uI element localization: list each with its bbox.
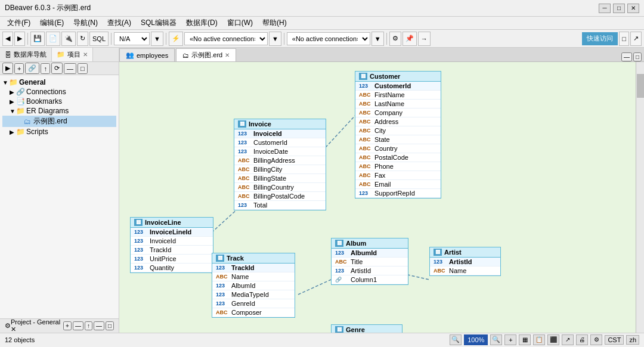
na-combo[interactable]: N/A [114,32,150,45]
label-scripts: Scripts [26,128,48,136]
canvas-scrollbar[interactable] [636,62,644,333]
tree-item-erdiagrams[interactable]: ▼ 📁 ER Diagrams [2,106,116,116]
quick-access-button[interactable]: 快速访问 [582,32,618,45]
close-button[interactable]: ✕ [627,4,639,13]
panel-tb-collapse[interactable]: ▶ [2,63,13,74]
toolbar-back[interactable]: ◀ [2,32,13,46]
status-icon2[interactable]: 📋 [533,334,545,345]
ft-ln: ABC [359,101,372,107]
tab-erd[interactable]: 🗂 示例图.erd ✕ [176,48,236,61]
ft-invpostal: ABC [238,193,251,199]
customer-field-address: ABC Address [355,117,441,126]
menu-edit[interactable]: 编辑(E) [35,17,69,29]
toolbar-extra2[interactable]: ↗ [630,32,642,46]
ft-invcustid: 123 [238,140,251,145]
tree-item-connections[interactable]: ▶ 🔗 Connections [2,87,116,97]
conn2-arrow[interactable]: ▼ [371,32,384,46]
fn-ilid: InvoiceLineId [150,228,191,236]
bl-btn5[interactable]: □ [106,321,114,330]
bl-btn3[interactable]: ↑ [85,321,92,330]
zoom-in[interactable]: + [504,334,516,345]
ft-albumtitle: ABC [335,259,348,265]
table-genre[interactable]: ▦ Genre 123 GenreId [331,324,402,333]
tree-item-bookmarks[interactable]: ▶ 📑 Bookmarks [2,97,116,106]
erd-tab-close[interactable]: ✕ [225,52,230,58]
maximize-button[interactable]: □ [613,4,625,13]
menu-nav[interactable]: 导航(N) [69,17,103,29]
table-invoice[interactable]: ▦ Invoice 123 InvoiceId 123 CustomerId 1… [234,119,326,210]
toolbar-combo-arrow[interactable]: ▼ [151,32,163,46]
conn2-combo[interactable]: «No active connection» [287,32,370,45]
conn1-combo[interactable]: «No active connection» [184,32,268,45]
er-canvas[interactable]: ▦ Customer 123 CustomerId ABC FirstName … [119,62,644,333]
toolbar-forward[interactable]: ▶ [14,32,25,46]
toolbar-arrow-right[interactable]: → [418,32,431,46]
table-album[interactable]: ▦ Album 123 AlbumId ABC Title 123 Artist… [331,238,408,285]
toolbar-save[interactable]: 💾 [30,32,45,46]
app-title: DBeaver 6.0.3 - 示例图.erd [5,3,91,13]
customer-field-id: 123 CustomerId [355,82,441,91]
tab-employees[interactable]: 👥 employees [119,48,175,61]
locale-cst[interactable]: CST [605,335,624,345]
ft-albumartistid: 123 [335,268,348,274]
toolbar-conn-icon[interactable]: ⚡ [169,32,183,46]
tree-item-erd[interactable]: 🗂 示例图.erd [2,116,116,127]
toolbar-sql[interactable]: SQL [89,32,109,46]
toolbar-refresh[interactable]: ↻ [77,32,88,46]
table-track[interactable]: ▦ Track 123 TrackId ABC Name 123 AlbumId… [212,253,295,318]
zoom-search[interactable]: 🔍 [450,334,462,345]
invoiceline-header: ▦ InvoiceLine [131,218,213,228]
panel-tb-add[interactable]: + [14,63,24,74]
status-icon5[interactable]: 🖨 [576,334,588,345]
toolbar-settings[interactable]: ⚙ [389,32,401,46]
db-nav-tab[interactable]: 🗄 数据库导航 [0,48,52,61]
locale-zh[interactable]: zh [626,335,639,345]
status-icon1[interactable]: ▦ [519,334,531,345]
fn-ilqty: Quantity [150,264,174,271]
panel-tb-up[interactable]: ↑ [41,63,50,74]
etab-min[interactable]: — [621,52,632,61]
arrow-erdiagrams: ▼ [10,108,16,114]
etab-max[interactable]: □ [633,52,642,61]
status-icon3[interactable]: ⬛ [547,334,559,345]
status-right: 🔍 100% 🔍 + ▦ 📋 ⬛ ↗ 🖨 ⚙ CST zh [450,334,639,345]
toolbar-connect[interactable]: 🔌 [61,32,76,46]
menu-file[interactable]: 文件(F) [2,17,35,29]
panel-tb-sync[interactable]: ⟳ [51,63,63,74]
status-icon4[interactable]: ↗ [562,334,574,345]
menu-sql[interactable]: SQL编辑器 [136,17,181,29]
fn-invcity: BillingCity [253,166,282,173]
panel-tb-max[interactable]: □ [78,63,88,74]
tree-item-general[interactable]: ▼ 📁 General [2,78,116,87]
fn-invcountry: BillingCountry [253,184,294,191]
field-type-customerid: 123 [359,83,372,89]
panel-tb-link[interactable]: 🔗 [25,63,39,74]
fn-postal: PostalCode [374,154,408,161]
menu-find[interactable]: 查找(A) [103,17,136,29]
tree-item-scripts[interactable]: ▶ 📁 Scripts [2,127,116,137]
zoom-out[interactable]: 🔍 [490,334,502,345]
panel-tb-min[interactable]: — [64,63,76,74]
il-field-price: 123 UnitPrice [131,255,213,264]
toolbar-new[interactable]: 📄 [46,32,60,46]
menu-help[interactable]: 帮助(H) [258,17,292,29]
invoice-header: ▦ Invoice [234,119,326,129]
project-tab-close[interactable]: ✕ [83,51,88,58]
minimize-button[interactable]: ─ [599,4,611,13]
track-field-name: ABC Name [212,272,295,281]
menu-window[interactable]: 窗口(W) [222,17,258,29]
bl-btn4[interactable]: — [94,321,104,330]
scrollbar-thumb[interactable] [637,74,644,98]
table-invoiceline[interactable]: ▦ InvoiceLine 123 InvoiceLineId 123 Invo… [130,217,213,273]
project-tab[interactable]: 📁 项目 ✕ [52,48,93,61]
invoice-field-city: ABC BillingCity [234,165,326,174]
bl-btn1[interactable]: + [63,321,72,330]
toolbar-extra1[interactable]: □ [619,32,629,46]
bl-btn2[interactable]: — [73,321,83,330]
conn1-arrow[interactable]: ▼ [269,32,281,46]
toolbar-bookmark[interactable]: 📌 [402,32,417,46]
menu-db[interactable]: 数据库(D) [181,17,222,29]
status-icon6[interactable]: ⚙ [590,334,602,345]
table-customer[interactable]: ▦ Customer 123 CustomerId ABC FirstName … [355,71,441,199]
table-artist[interactable]: ▦ Artist 123 ArtistId ABC Name [429,247,501,276]
